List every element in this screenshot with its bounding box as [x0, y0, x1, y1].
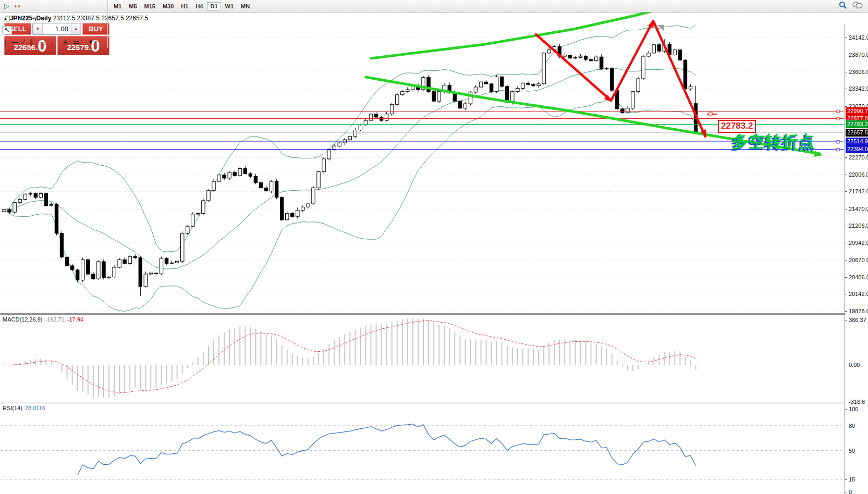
candle: [495, 75, 498, 93]
rsi-indicator-label: RSI(14)28.0116: [3, 405, 45, 411]
candle: [589, 57, 592, 63]
candle: [479, 81, 482, 88]
candle: [532, 83, 535, 87]
price-tick-label: 20670.0: [849, 257, 868, 263]
macd-value: -162.71: [45, 316, 64, 323]
arrows-button-dropdown-icon[interactable]: ▾: [95, 38, 97, 47]
price-tick-label: 23342.0: [849, 85, 868, 92]
macd-indicator-plot[interactable]: [0, 315, 845, 402]
axis-tick: [845, 260, 847, 261]
turning-point-annotation[interactable]: 多空转折点: [732, 131, 815, 153]
candle: [516, 87, 519, 94]
candle: [175, 261, 178, 265]
price-tick-label: 50: [849, 448, 855, 454]
toolbar-buttons: ▦新订单◆▣◉▶自动交易|||▮▯/\⊕⊖▦▷↦▤▾⊙▾≈▾↖+|—∕∥E⋮⋮F…: [0, 0, 108, 48]
price-chart-plot[interactable]: [0, 24, 845, 313]
text-label-button-glyph: ▭: [73, 39, 79, 46]
chart-shift-button[interactable]: ↦: [13, 2, 22, 10]
chat-icon[interactable]: [852, 1, 863, 11]
cursor-button[interactable]: ↖: [2, 26, 12, 34]
fibonacci-button-glyph: ⋮⋮: [41, 39, 55, 46]
level-price-tag: 22514.9: [846, 138, 868, 145]
axis-tick: [845, 175, 847, 175]
level-price-tag: 22990.7: [846, 107, 868, 115]
level-line-handle: [837, 149, 839, 151]
macd-signal-value: -17.94: [67, 316, 83, 323]
candle: [453, 91, 456, 103]
search-icon[interactable]: [839, 1, 847, 11]
candle: [18, 197, 21, 204]
candle: [642, 55, 645, 80]
candle: [678, 48, 681, 63]
horizontal-level-lines[interactable]: [0, 110, 843, 151]
chart-window[interactable]: ▲JPN225-,Daily 23112.5 23387.5 22657.5 2…: [0, 12, 868, 494]
fibonacci-button[interactable]: ⋮⋮F: [39, 37, 60, 47]
auto-scroll-button[interactable]: ▷: [2, 2, 11, 10]
price-tick-label: 80: [849, 423, 855, 429]
level-line-handle: [837, 110, 839, 113]
rsi-indicator-plot[interactable]: [0, 403, 845, 494]
candle: [437, 89, 441, 103]
candle: [207, 189, 210, 202]
candle: [113, 265, 116, 278]
candle: [506, 84, 509, 103]
chart-shift-marker[interactable]: [658, 25, 664, 31]
new-chart-button[interactable]: ▤▾: [2, 13, 16, 23]
horizontal-line-button[interactable]: —: [9, 38, 20, 46]
candle: [322, 157, 325, 174]
periods-button[interactable]: ⊙▾: [17, 13, 31, 23]
candle: [139, 256, 142, 296]
candle: [427, 75, 430, 93]
timeframe-m15[interactable]: M15: [141, 2, 158, 10]
candle: [233, 170, 236, 177]
new-chart-button-dropdown-icon[interactable]: ▾: [12, 14, 14, 23]
candle: [668, 42, 671, 56]
candle: [296, 208, 299, 219]
timeframe-d1[interactable]: D1: [207, 2, 221, 10]
indicators-button[interactable]: ≈▾: [32, 13, 43, 23]
candle: [165, 257, 168, 265]
candle: [369, 113, 372, 122]
text-button[interactable]: A: [61, 38, 70, 46]
timeframe-toolbar: M1M5M15M30H1H4D1W1MN: [108, 2, 253, 10]
timeframe-h1[interactable]: H1: [178, 2, 191, 10]
axis-tick: [845, 72, 847, 72]
timeframe-m5[interactable]: M5: [126, 2, 140, 10]
periods-button-dropdown-icon[interactable]: ▾: [27, 14, 29, 23]
axis-tick: [845, 157, 847, 158]
candle: [374, 112, 377, 119]
arrows-button[interactable]: ✦▾: [85, 37, 99, 47]
candle: [683, 59, 687, 91]
axis-tick: [845, 55, 847, 55]
timeframe-m1[interactable]: M1: [111, 2, 125, 10]
crosshair-button[interactable]: +: [13, 26, 21, 34]
text-label-button[interactable]: ▭T: [71, 37, 84, 47]
candle: [463, 102, 467, 110]
vertical-line-button[interactable]: |: [2, 38, 8, 46]
candle: [411, 84, 414, 91]
candle: [160, 256, 163, 275]
candle: [537, 82, 540, 88]
equidistant-channel-button[interactable]: ∥E: [28, 37, 39, 47]
panel-separator[interactable]: [0, 313, 868, 315]
trendline-button[interactable]: ∕: [21, 38, 26, 46]
price-axis[interactable]: 24142.023870.023606.023342.023070.022270…: [845, 24, 868, 494]
timeframe-w1[interactable]: W1: [222, 2, 237, 10]
candle: [694, 86, 697, 133]
axis-tick: [845, 243, 847, 243]
trendline-button-glyph: ∕: [23, 39, 24, 46]
equidistant-channel-button-letter: E: [33, 38, 36, 47]
axis-tick: [845, 426, 847, 426]
panel-separator[interactable]: [0, 402, 868, 403]
timeframe-h4[interactable]: H4: [192, 2, 206, 10]
level-line-handle: [837, 117, 839, 120]
candle: [50, 203, 53, 207]
timeframe-mn[interactable]: MN: [238, 2, 253, 10]
level-line-handle: [837, 141, 839, 143]
timeframe-m30[interactable]: M30: [160, 2, 177, 10]
candle: [584, 55, 587, 61]
indicators-button-dropdown-icon[interactable]: ▾: [39, 14, 41, 23]
candle: [542, 52, 545, 85]
candle: [275, 179, 278, 199]
candle: [652, 44, 655, 54]
